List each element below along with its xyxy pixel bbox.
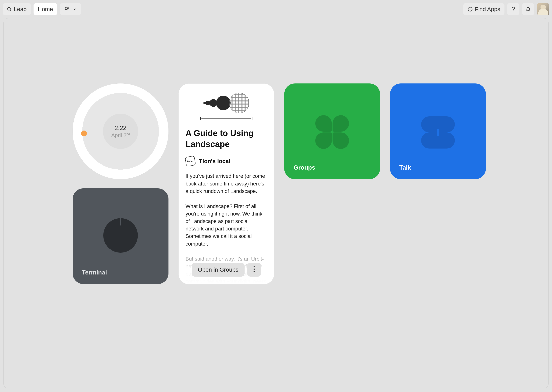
talk-label: Talk [399, 164, 411, 171]
home-button[interactable]: Home [34, 3, 57, 15]
sun-icon [81, 131, 87, 136]
terminal-glyph [103, 218, 138, 253]
new-menu-button[interactable] [60, 3, 81, 15]
search-icon [7, 7, 12, 12]
clock-date: April 2nd [111, 132, 130, 138]
clock-date-text: April 2 [111, 132, 126, 138]
topbar: Leap Home [0, 0, 552, 18]
app-grid: 2:22 April 2nd Terminal [73, 84, 479, 284]
terminal-label: Terminal [82, 269, 107, 276]
clock-time: 2:22 [115, 124, 126, 132]
clock-date-suffix: nd [126, 132, 130, 135]
clock-widget: 2:22 April 2nd [73, 84, 168, 179]
guide-more-button[interactable] [247, 263, 261, 277]
guide-illustration [186, 93, 267, 121]
svg-point-6 [254, 266, 255, 267]
find-apps-label: Find Apps [475, 6, 500, 13]
find-apps-button[interactable]: Find Apps [463, 3, 504, 15]
terminal-tile[interactable]: Terminal [73, 188, 168, 284]
home-label: Home [38, 6, 53, 13]
open-in-groups-button[interactable]: Open in Groups [192, 263, 245, 277]
grid-col-1: 2:22 April 2nd Terminal [73, 84, 168, 284]
groups-label: Groups [293, 164, 315, 171]
help-icon: ? [512, 6, 515, 13]
svg-point-0 [7, 7, 10, 10]
help-button[interactable]: ? [507, 3, 519, 15]
groups-tile[interactable]: Groups [284, 84, 380, 179]
topbar-left: Leap Home [3, 3, 81, 15]
grid-col-2: A Guide to Using Landscape local Tlon's … [178, 84, 274, 284]
guide-paragraph: If you've just arrived here (or come bac… [186, 172, 267, 195]
svg-marker-5 [469, 8, 471, 10]
clock-face: 2:22 April 2nd [103, 114, 138, 149]
circles-row [203, 93, 249, 113]
groups-glyph-icon [315, 115, 349, 149]
guide-paragraph: What is Landscape? First of all, you're … [186, 203, 267, 248]
topbar-right: Find Apps ? [463, 3, 549, 15]
author-row[interactable]: local Tlon's local [186, 156, 267, 166]
open-in-groups-label: Open in Groups [198, 266, 239, 273]
guide-actions: Open in Groups [179, 263, 274, 277]
svg-point-8 [254, 271, 255, 272]
shape-plus-icon [64, 6, 70, 12]
notifications-button[interactable] [522, 3, 534, 15]
author-badge-icon: local [185, 156, 196, 167]
more-vertical-icon [253, 266, 255, 274]
length-line-icon [200, 117, 252, 121]
leap-button[interactable]: Leap [3, 3, 31, 15]
compass-icon [467, 7, 473, 12]
grid-col-3: Groups [284, 84, 380, 179]
main-panel: 2:22 April 2nd Terminal [3, 18, 549, 388]
guide-card: A Guide to Using Landscape local Tlon's … [178, 84, 274, 284]
guide-title: A Guide to Using Landscape [186, 128, 267, 149]
author-name: Tlon's local [199, 158, 230, 164]
bell-icon [525, 6, 531, 13]
avatar[interactable] [537, 3, 549, 15]
talk-glyph-icon [421, 116, 455, 149]
leap-label: Leap [14, 6, 27, 13]
svg-line-1 [10, 10, 11, 11]
svg-point-7 [254, 268, 255, 269]
chevron-down-icon [73, 7, 77, 11]
talk-tile[interactable]: Talk [390, 84, 486, 179]
grid-col-4: Talk [390, 84, 486, 179]
